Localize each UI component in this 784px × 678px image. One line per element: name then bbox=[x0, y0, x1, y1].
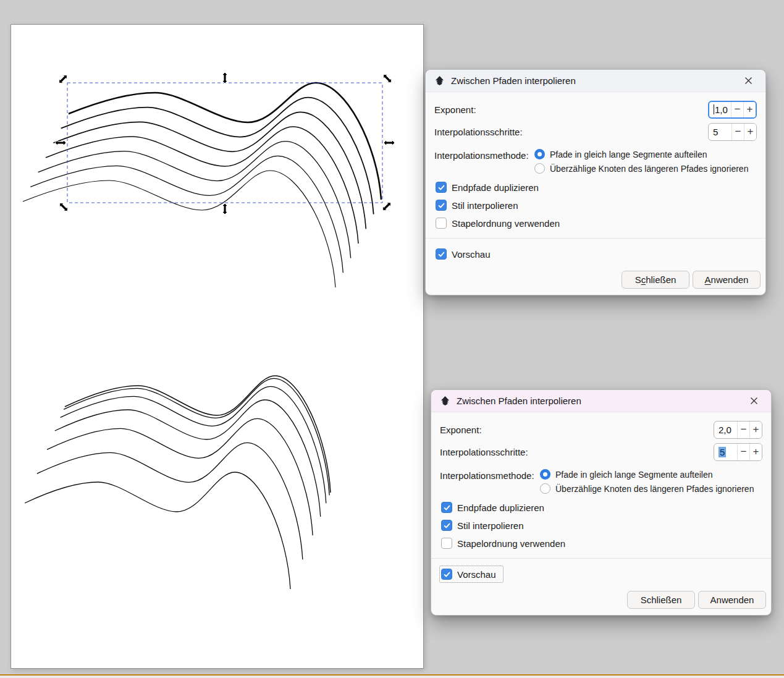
exponent-row: Exponent: 1,0 − + bbox=[434, 100, 757, 119]
radio-option-equal-segments[interactable]: Pfade in gleich lange Segmente aufteilen bbox=[540, 469, 754, 480]
curve-path[interactable] bbox=[37, 443, 303, 559]
checkbox-interpolate-style[interactable]: Stil interpolieren bbox=[441, 519, 762, 532]
steps-input[interactable]: 5 bbox=[714, 444, 737, 460]
divider bbox=[431, 558, 771, 559]
steps-spinner[interactable]: 5 − + bbox=[714, 443, 762, 461]
minus-button[interactable]: − bbox=[731, 102, 743, 117]
checkbox-preview[interactable]: Vorschau bbox=[434, 246, 497, 262]
canvas-page[interactable] bbox=[11, 24, 424, 669]
dialog-title: Zwischen Pfaden interpolieren bbox=[457, 396, 581, 406]
plus-button[interactable]: + bbox=[749, 422, 762, 438]
close-icon[interactable] bbox=[740, 72, 757, 90]
dialog-body: Exponent: 2,0 − + Interpolationsschritte… bbox=[431, 420, 771, 615]
close-icon[interactable] bbox=[745, 392, 762, 410]
checkbox-icon[interactable] bbox=[436, 218, 447, 229]
divider bbox=[426, 238, 765, 239]
selection-handle-arrow-icon[interactable] bbox=[57, 201, 69, 213]
exponent-label: Exponent: bbox=[440, 425, 482, 435]
plus-button[interactable]: + bbox=[749, 444, 762, 460]
selection-box bbox=[67, 83, 382, 203]
steps-input[interactable]: 5 bbox=[709, 124, 731, 140]
interpolate-dialog-2: Zwischen Pfaden interpolieren Exponent: … bbox=[431, 389, 772, 616]
checkbox-icon[interactable] bbox=[441, 569, 452, 580]
plus-button[interactable]: + bbox=[743, 102, 756, 117]
dialog-titlebar[interactable]: Zwischen Pfaden interpolieren bbox=[431, 390, 771, 412]
steps-row: Interpolationsschritte: 5 − + bbox=[440, 443, 762, 461]
minus-button[interactable]: − bbox=[731, 124, 744, 140]
close-dialog-button[interactable]: Schließen bbox=[622, 271, 689, 289]
checkbox-use-zorder[interactable]: Stapelordnung verwenden bbox=[436, 216, 757, 230]
checkbox-icon[interactable] bbox=[441, 520, 452, 531]
bottom-light-strip bbox=[0, 676, 784, 678]
radio-icon[interactable] bbox=[540, 469, 550, 480]
selection-handle-arrow-icon[interactable] bbox=[222, 72, 228, 83]
canvas-svg[interactable] bbox=[11, 25, 423, 668]
dialog-title: Zwischen Pfaden interpolieren bbox=[451, 75, 576, 86]
checkbox-duplicate-endpaths[interactable]: Endpfade duplizieren bbox=[436, 180, 757, 194]
curve-path[interactable] bbox=[69, 83, 381, 200]
inkscape-logo-icon bbox=[434, 75, 445, 86]
exponent-spinner[interactable]: 2,0 − + bbox=[714, 421, 762, 439]
radio-option-ignore-nodes[interactable]: Überzählige Knoten des längeren Pfades i… bbox=[534, 163, 748, 174]
preview-row: Vorschau bbox=[434, 246, 757, 262]
dialog-body: Exponent: 1,0 − + Interpolationsschritte… bbox=[426, 100, 765, 295]
selection-handle-arrow-icon[interactable] bbox=[55, 140, 66, 146]
exponent-spinner[interactable]: 1,0 − + bbox=[708, 101, 757, 119]
inkscape-logo-icon bbox=[440, 396, 450, 406]
preview-row: Vorschau bbox=[440, 566, 762, 582]
steps-label: Interpolationsschritte: bbox=[434, 127, 523, 137]
checkbox-icon[interactable] bbox=[436, 200, 447, 211]
curve-path[interactable] bbox=[25, 472, 290, 589]
exponent-row: Exponent: 2,0 − + bbox=[440, 420, 762, 439]
desktop: { "colors": { "accent_blue": "#2f7ce0", … bbox=[0, 0, 784, 678]
checkbox-icon[interactable] bbox=[441, 502, 452, 513]
method-label: Interpolationsmethode: bbox=[440, 469, 540, 481]
checkbox-interpolate-style[interactable]: Stil interpolieren bbox=[436, 198, 757, 212]
minus-button[interactable]: − bbox=[737, 422, 749, 438]
steps-row: Interpolationsschritte: 5 − + bbox=[434, 122, 757, 141]
exponent-label: Exponent: bbox=[434, 104, 476, 115]
apply-button[interactable]: Anwenden bbox=[693, 271, 761, 289]
curve-path[interactable] bbox=[61, 386, 326, 503]
option-checkboxes: Endpfade duplizieren Stil interpolieren … bbox=[441, 501, 762, 550]
button-row: Schließen Anwenden bbox=[440, 591, 766, 615]
curve-path[interactable] bbox=[64, 378, 329, 495]
curve-path[interactable] bbox=[23, 171, 335, 287]
radio-option-ignore-nodes[interactable]: Überzählige Knoten des längeren Pfades i… bbox=[540, 483, 754, 494]
curve-path[interactable] bbox=[47, 418, 313, 535]
method-row: Interpolationsmethode: Pfade in gleich l… bbox=[434, 149, 757, 174]
selection-handle-arrow-icon[interactable] bbox=[222, 203, 228, 214]
radio-icon[interactable] bbox=[534, 149, 545, 159]
option-checkboxes: Endpfade duplizieren Stil interpolieren … bbox=[436, 180, 757, 230]
close-dialog-button[interactable]: Schließen bbox=[627, 591, 695, 609]
interpolate-dialog-1: Zwischen Pfaden interpolieren Exponent: … bbox=[425, 69, 766, 295]
selection-handle-arrow-icon[interactable] bbox=[381, 72, 393, 84]
steps-spinner[interactable]: 5 − + bbox=[708, 123, 757, 141]
selection-handle-arrow-icon[interactable] bbox=[384, 140, 395, 146]
text-caret bbox=[714, 104, 714, 114]
method-label: Interpolationsmethode: bbox=[434, 149, 534, 161]
dialog-titlebar[interactable]: Zwischen Pfaden interpolieren bbox=[426, 70, 765, 92]
exponent-input[interactable]: 2,0 bbox=[714, 422, 737, 438]
exponent-input[interactable]: 1,0 bbox=[709, 102, 731, 117]
radio-option-equal-segments[interactable]: Pfade in gleich lange Segmente aufteilen bbox=[534, 149, 748, 159]
radio-icon[interactable] bbox=[534, 163, 545, 174]
radio-icon[interactable] bbox=[540, 483, 550, 494]
checkbox-preview[interactable]: Vorschau bbox=[440, 566, 503, 582]
checkbox-icon[interactable] bbox=[436, 182, 447, 193]
checkbox-use-zorder[interactable]: Stapelordnung verwenden bbox=[441, 536, 762, 550]
checkbox-icon[interactable] bbox=[436, 248, 447, 260]
apply-button[interactable]: Anwenden bbox=[698, 591, 766, 609]
steps-label: Interpolationsschritte: bbox=[440, 447, 528, 457]
interpolated-paths-exponent-1[interactable] bbox=[23, 83, 381, 287]
button-row: Schließen Anwenden bbox=[434, 271, 761, 295]
method-row: Interpolationsmethode: Pfade in gleich l… bbox=[440, 469, 762, 494]
interpolated-paths-exponent-2[interactable] bbox=[25, 376, 331, 589]
checkbox-duplicate-endpaths[interactable]: Endpfade duplizieren bbox=[441, 501, 762, 514]
curve-path[interactable] bbox=[55, 400, 321, 517]
minus-button[interactable]: − bbox=[737, 444, 749, 460]
checkbox-icon[interactable] bbox=[441, 538, 452, 549]
plus-button[interactable]: + bbox=[744, 124, 756, 140]
